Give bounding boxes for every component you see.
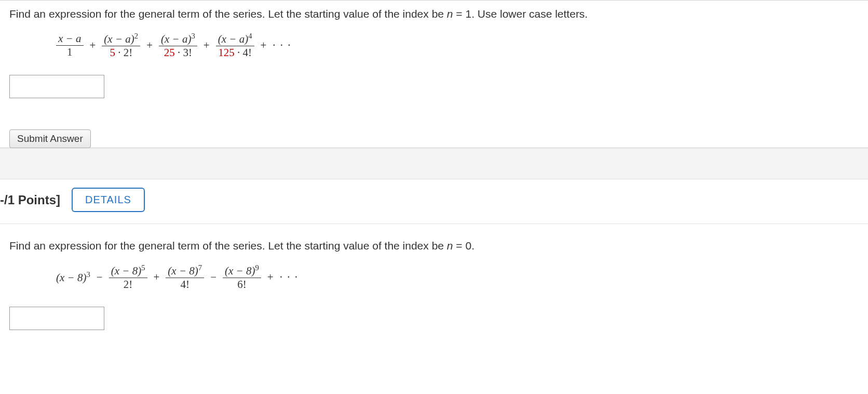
plus-op: + [152,271,162,284]
separator-band [0,148,868,179]
q2-term2: (x − 8)5 2! [109,264,147,291]
plus-op: + [265,271,276,284]
submit-row: Submit Answer [0,129,868,148]
question-2-header: -/1 Points] DETAILS [0,179,868,224]
q1-t2-num: (x − a)2 [102,32,140,46]
minus-op: − [208,271,219,284]
q1-t4-num: (x − a)4 [216,32,254,46]
q1-term2: (x − a)2 5 · 2! [102,32,140,59]
submit-answer-button[interactable]: Submit Answer [9,129,91,148]
q1-prompt-text-after: = 1. Use lower case letters. [453,8,588,20]
q1-t3-den: 25 · 3! [162,46,194,59]
q1-term3: (x − a)3 25 · 3! [159,32,197,59]
q2-t3-den: 4! [179,278,192,291]
q2-t3-num: (x − 8)7 [166,264,204,278]
q1-t1-num: x − a [56,32,84,46]
q1-series: x − a 1 + (x − a)2 5 · 2! + (x − a)3 25 … [56,32,868,59]
ellipsis: · · · [280,271,299,284]
details-button[interactable]: DETAILS [72,188,145,212]
q2-prompt: Find an expression for the general term … [9,240,868,252]
plus-op: + [259,39,269,52]
plus-op: + [88,39,98,52]
q1-t4-den: 125 · 4! [216,46,254,59]
plus-op: + [201,39,212,52]
q1-prompt-var: n [447,8,453,20]
q1-t1-den: 1 [65,46,75,59]
q2-t2-den: 2! [121,278,135,291]
q1-prompt: Find an expression for the general term … [9,8,868,20]
q2-prompt-var: n [447,240,453,252]
plus-op: + [144,39,155,52]
question-1-block: Find an expression for the general term … [0,1,868,59]
q2-term4: (x − 8)9 6! [223,264,261,291]
minus-op: − [94,271,105,284]
q1-term1: x − a 1 [56,32,84,59]
q2-t2-num: (x − 8)5 [109,264,147,278]
ellipsis: · · · [273,39,291,52]
q2-prompt-text-after: = 0. [453,240,474,252]
q2-prompt-text-before: Find an expression for the general term … [9,240,447,252]
q1-term4: (x − a)4 125 · 4! [216,32,254,59]
q2-t4-den: 6! [235,278,249,291]
q2-series: (x − 8)3 − (x − 8)5 2! + (x − 8)7 4! − (… [56,264,868,291]
q2-term1: (x − 8)3 [56,270,90,284]
q2-answer-input[interactable] [9,307,104,330]
q2-t4-num: (x − 8)9 [223,264,261,278]
q1-prompt-text-before: Find an expression for the general term … [9,8,447,20]
points-label: -/1 Points] [0,193,60,207]
q2-term3: (x − 8)7 4! [166,264,204,291]
question-2-block: Find an expression for the general term … [0,224,868,291]
q1-t3-num: (x − a)3 [159,32,197,46]
q1-answer-input[interactable] [9,75,104,98]
q1-t2-den: 5 · 2! [107,46,134,59]
